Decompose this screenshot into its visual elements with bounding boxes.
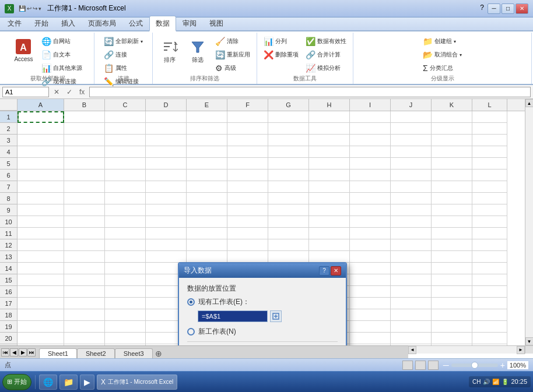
cell-B3[interactable]	[64, 135, 105, 146]
cell-J17[interactable]	[391, 298, 432, 309]
cell-C16[interactable]	[105, 286, 146, 298]
cell-K11[interactable]	[432, 228, 472, 239]
cell-I8[interactable]	[350, 193, 391, 204]
cell-B6[interactable]	[64, 169, 105, 181]
cell-D4[interactable]	[146, 146, 187, 158]
cell-E7[interactable]	[187, 181, 227, 193]
row-header-12[interactable]: 12	[0, 239, 17, 251]
cell-D9[interactable]	[146, 204, 187, 216]
cell-F11[interactable]	[227, 228, 268, 239]
cell-A8[interactable]	[17, 193, 64, 204]
undo-quick-btn[interactable]: ↩	[27, 5, 31, 12]
tab-pagelayout[interactable]: 页面布局	[82, 16, 122, 30]
cell-J19[interactable]	[391, 321, 432, 333]
horizontal-scrollbar[interactable]: ◄ ►	[408, 345, 525, 354]
cell-B11[interactable]	[64, 228, 105, 239]
cell-F3[interactable]	[227, 135, 268, 146]
cell-H9[interactable]	[309, 204, 350, 216]
cell-L16[interactable]	[472, 286, 507, 298]
cell-J4[interactable]	[391, 146, 432, 158]
cell-I18[interactable]	[350, 309, 391, 321]
row-header-17[interactable]: 17	[0, 298, 17, 309]
cell-C4[interactable]	[105, 146, 146, 158]
cell-A17[interactable]	[17, 298, 64, 309]
cell-G5[interactable]	[268, 158, 309, 169]
cell-C13[interactable]	[105, 251, 146, 263]
page-break-btn[interactable]	[428, 361, 439, 370]
cell-K7[interactable]	[432, 181, 472, 193]
cell-E11[interactable]	[187, 228, 227, 239]
cell-G9[interactable]	[268, 204, 309, 216]
redo-quick-btn[interactable]: ↪	[33, 5, 37, 12]
cell-L4[interactable]	[472, 146, 507, 158]
col-header-A[interactable]: A	[17, 99, 64, 111]
group-button[interactable]: 📁 创建组 ▾	[420, 35, 465, 48]
cell-K3[interactable]	[432, 135, 472, 146]
formula-cancel-icon[interactable]: ✕	[51, 88, 62, 96]
cell-ref-field[interactable]	[198, 310, 268, 322]
cell-J18[interactable]	[391, 309, 432, 321]
cell-B7[interactable]	[64, 181, 105, 193]
cell-C20[interactable]	[105, 333, 146, 344]
cell-I3[interactable]	[350, 135, 391, 146]
cell-D11[interactable]	[146, 228, 187, 239]
cell-I15[interactable]	[350, 274, 391, 286]
cell-C11[interactable]	[105, 228, 146, 239]
cell-H1[interactable]	[309, 111, 350, 123]
cell-A19[interactable]	[17, 321, 64, 333]
cell-G8[interactable]	[268, 193, 309, 204]
cell-L10[interactable]	[472, 216, 507, 228]
cell-L19[interactable]	[472, 321, 507, 333]
cell-G13[interactable]	[268, 251, 309, 263]
cell-I21[interactable]	[350, 344, 391, 345]
col-header-G[interactable]: G	[268, 99, 309, 111]
sort-button[interactable]: 排序	[156, 35, 183, 66]
cell-L1[interactable]	[472, 111, 507, 123]
cell-J13[interactable]	[391, 251, 432, 263]
cell-L7[interactable]	[472, 181, 507, 193]
cell-C12[interactable]	[105, 239, 146, 251]
cell-K1[interactable]	[432, 111, 472, 123]
sheet-tab-3[interactable]: Sheet3	[115, 348, 153, 358]
cell-H12[interactable]	[309, 239, 350, 251]
cell-K4[interactable]	[432, 146, 472, 158]
row-header-16[interactable]: 16	[0, 286, 17, 298]
cell-L2[interactable]	[472, 123, 507, 135]
remove-dups-button[interactable]: ❌ 删除重项	[261, 48, 301, 61]
cell-I1[interactable]	[350, 111, 391, 123]
scroll-down-button[interactable]: ▼	[525, 337, 534, 345]
text-button[interactable]: 📄 自文本	[38, 48, 85, 61]
cell-ref-picker-button[interactable]	[270, 310, 282, 322]
lang-indicator[interactable]: CH	[472, 379, 481, 385]
cell-J16[interactable]	[391, 286, 432, 298]
cell-K16[interactable]	[432, 286, 472, 298]
advanced-button[interactable]: ⚙ 高级	[212, 62, 253, 75]
row-header-14[interactable]: 14	[0, 263, 17, 274]
cell-K2[interactable]	[432, 123, 472, 135]
cell-A20[interactable]	[17, 333, 64, 344]
zoom-minus[interactable]: ─	[443, 361, 449, 370]
scroll-up-button[interactable]: ▲	[525, 99, 534, 107]
col-header-I[interactable]: I	[350, 99, 391, 111]
quick-access-dropdown[interactable]: ▾	[38, 6, 41, 12]
cell-I13[interactable]	[350, 251, 391, 263]
cell-E8[interactable]	[187, 193, 227, 204]
cell-J8[interactable]	[391, 193, 432, 204]
cell-K12[interactable]	[432, 239, 472, 251]
cell-C3[interactable]	[105, 135, 146, 146]
cell-B19[interactable]	[64, 321, 105, 333]
cell-L11[interactable]	[472, 228, 507, 239]
cell-reference-box[interactable]	[2, 87, 49, 97]
cell-J21[interactable]	[391, 344, 432, 345]
cell-I12[interactable]	[350, 239, 391, 251]
cell-E9[interactable]	[187, 204, 227, 216]
restore-button[interactable]: □	[502, 3, 514, 14]
cell-A1[interactable]	[17, 111, 64, 123]
cell-E2[interactable]	[187, 123, 227, 135]
cell-B4[interactable]	[64, 146, 105, 158]
cell-F9[interactable]	[227, 204, 268, 216]
cell-B12[interactable]	[64, 239, 105, 251]
cell-B16[interactable]	[64, 286, 105, 298]
cell-A18[interactable]	[17, 309, 64, 321]
ungroup-button[interactable]: 📂 取消组合 ▾	[420, 48, 465, 61]
